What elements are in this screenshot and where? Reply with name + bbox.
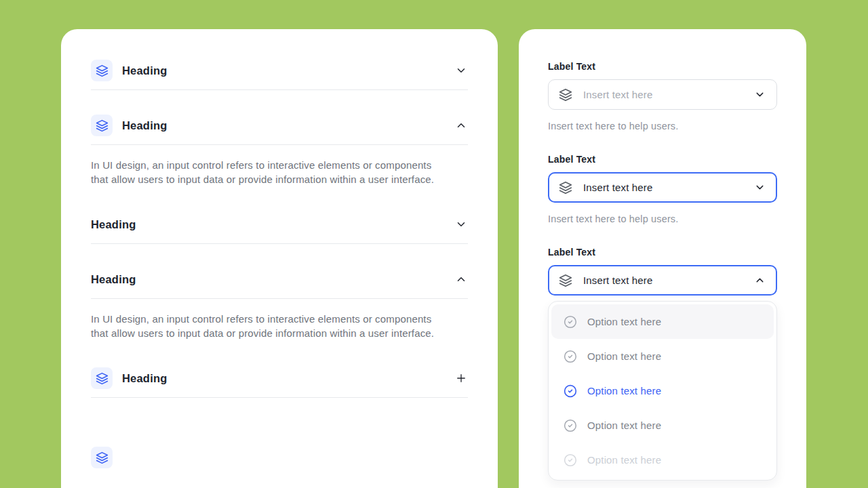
select-trigger-2[interactable]: Insert text here [548,172,777,203]
layers-icon [559,181,572,195]
accordion-header-1[interactable]: Heading [91,60,468,81]
chevron-down-icon [754,182,766,193]
layers-icon [91,367,113,389]
layers-icon [91,115,113,136]
accordion-title: Heading [122,64,454,77]
layers-icon [559,274,572,287]
chevron-down-icon[interactable] [454,218,468,231]
option-label: Option text here [587,316,661,327]
accordion-body: In UI design, an input control refers to… [91,312,450,340]
option-label: Option text here [587,454,661,466]
select-field-2: Label Text Insert text here Insert text … [548,154,777,224]
chevron-up-icon [754,274,766,286]
accordion-title: Heading [91,218,454,231]
select-fields-card: Label Text Insert text here Insert text … [519,29,806,488]
dropdown-option-2[interactable]: Option text here [551,339,774,373]
option-label: Option text here [587,420,661,431]
accordion-title: Heading [122,119,454,132]
field-label: Label Text [548,154,777,165]
plus-icon[interactable] [454,371,468,385]
select-trigger-1[interactable]: Insert text here [548,79,777,110]
divider [91,243,468,244]
helper-text: Insert text here to help users. [548,214,777,224]
check-circle-icon [564,384,577,398]
check-circle-icon [564,419,577,432]
chevron-up-icon[interactable] [454,272,468,286]
dropdown-option-4[interactable]: Option text here [551,408,774,443]
dropdown-option-3-selected[interactable]: Option text here [551,373,774,408]
divider [91,89,468,90]
select-value: Insert text here [583,182,754,193]
dropdown-option-1[interactable]: Option text here [551,304,774,339]
divider [91,397,468,398]
layers-icon [559,88,572,102]
option-label: Option text here [587,385,661,396]
select-field-1: Label Text Insert text here Insert text … [548,61,777,131]
field-label: Label Text [548,247,777,258]
accordion-body: In UI design, an input control refers to… [91,158,450,186]
field-label: Label Text [548,61,777,72]
dropdown-panel: Option text here Option text here Option… [548,301,777,481]
option-label: Option text here [587,350,661,362]
layers-icon [91,60,113,81]
accordion-header-4[interactable]: Heading [91,268,468,290]
dropdown-option-5-disabled: Option text here [551,443,774,477]
accordion-header-3[interactable]: Heading [91,214,468,235]
select-field-3: Label Text Insert text here Option text … [548,247,777,481]
select-placeholder: Insert text here [583,89,754,100]
accordion-title: Heading [91,273,454,286]
accordion-title: Heading [122,372,454,385]
accordion-card: Heading Heading In UI design, an input c… [61,29,498,488]
select-trigger-3[interactable]: Insert text here [548,265,777,296]
select-value: Insert text here [583,274,754,286]
layers-icon [91,447,113,468]
divider [91,298,468,299]
accordion-header-6[interactable] [91,422,468,468]
check-circle-icon [564,350,577,363]
chevron-down-icon [754,89,766,100]
divider [91,144,468,145]
chevron-down-icon[interactable] [454,64,468,77]
accordion-header-5[interactable]: Heading [91,367,468,389]
check-circle-icon [564,453,577,467]
check-circle-icon [564,315,577,329]
helper-text: Insert text here to help users. [548,121,777,131]
chevron-up-icon[interactable] [454,119,468,132]
accordion-header-2[interactable]: Heading [91,115,468,136]
